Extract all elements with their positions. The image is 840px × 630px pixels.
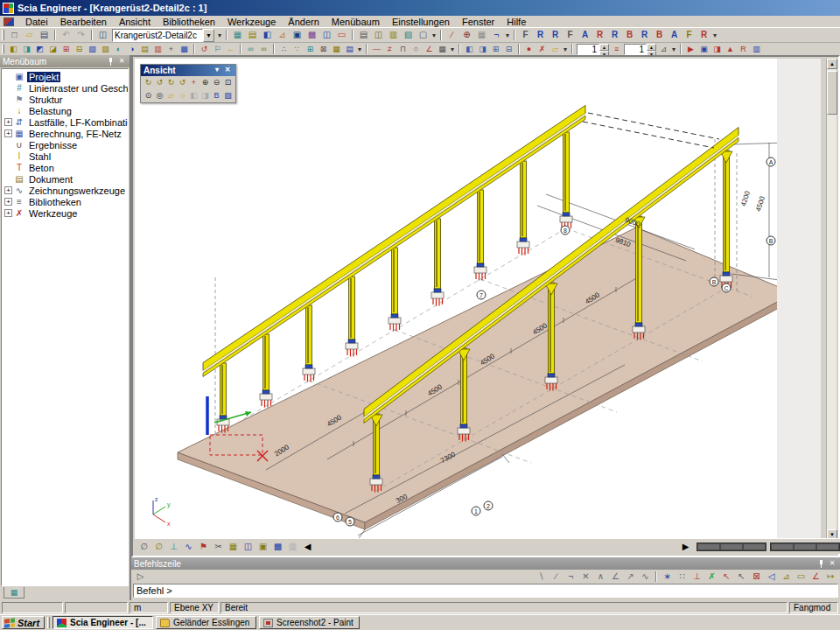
tree-item-label[interactable]: Dokument — [27, 174, 74, 185]
snap-point-icon[interactable]: ∗ — [660, 570, 675, 584]
command-panel-header[interactable]: Befehlszeile ✕ — [131, 557, 840, 570]
snap-angle-icon[interactable]: ∧ — [593, 570, 608, 584]
ucs-icon[interactable]: ⊞ — [304, 44, 317, 55]
save-icon[interactable]: ▤ — [37, 29, 52, 42]
binoculars-icon[interactable]: ∞ — [244, 44, 257, 55]
snap-ortho-icon[interactable]: ¬ — [564, 570, 578, 584]
document-output-icon[interactable]: ▢ — [416, 29, 430, 42]
grid-lines-icon[interactable]: ▦ — [436, 44, 449, 55]
snap-slope-icon[interactable]: ∠ — [608, 570, 623, 584]
command-input[interactable] — [134, 585, 837, 596]
hatch-icon[interactable]: ▩ — [304, 29, 319, 42]
center-view-icon[interactable]: + — [188, 77, 200, 88]
view-flag-r1-icon[interactable]: R — [533, 29, 548, 42]
workplane-xz-icon[interactable]: ◨ — [476, 44, 489, 55]
light-icon[interactable]: ☼ — [177, 90, 188, 102]
scale-input[interactable] — [624, 44, 647, 55]
menu-item[interactable]: Einstellungen — [386, 16, 456, 28]
window-layout-icon[interactable]: ◫ — [95, 29, 110, 42]
project-combobox[interactable]: Krangerüst2-Detail2c ▾ — [112, 29, 214, 42]
zoom-detail-icon[interactable]: ⊕ — [459, 29, 474, 42]
beam-tool-4-icon[interactable]: ▲ — [724, 44, 737, 55]
angle-icon[interactable]: ∠ — [423, 44, 436, 55]
tree-item-label[interactable]: Zeichnungswerkzeuge — [27, 186, 127, 196]
table-icon[interactable]: ▦ — [474, 29, 489, 42]
tree-item-label[interactable]: Berechnung, FE-Netz — [27, 129, 123, 139]
line-weight-input[interactable] — [577, 44, 599, 55]
tree-item[interactable]: + ✗ Werkzeuge — [2, 207, 128, 219]
dropdown-caret-icon[interactable]: ▾ — [356, 46, 363, 53]
line-weight-icon[interactable]: ≡ — [610, 44, 623, 55]
zoom-out-icon[interactable]: ⊖ — [211, 77, 222, 88]
refresh-icon[interactable]: ↺ — [198, 44, 211, 55]
view-flag-f2-icon[interactable]: F — [563, 29, 578, 42]
expand-icon[interactable]: + — [4, 186, 12, 194]
open-folder-icon[interactable]: ▱ — [22, 29, 37, 42]
rotate-free-icon[interactable]: ↺ — [177, 77, 188, 88]
menu-item[interactable]: Bibliotheken — [157, 16, 221, 28]
tree-item-label[interactable]: Beton — [27, 163, 56, 173]
dropdown-caret-icon[interactable]: ▾ — [504, 32, 511, 39]
redo-icon[interactable]: ↷ — [74, 29, 88, 42]
status-workplane-cell[interactable]: Ebene XY — [170, 602, 219, 613]
window-view-icon[interactable]: ◫ — [241, 540, 256, 553]
view-flag-f1-icon[interactable]: F — [518, 29, 533, 42]
taskbar-item-scia[interactable]: Scia Engineer - [... — [52, 616, 153, 629]
scale-steps-icon[interactable]: ⊿ — [657, 44, 670, 55]
menu-item[interactable]: Werkzeuge — [221, 16, 282, 28]
tree-item-label[interactable]: Linienraster und Geschosse — [27, 83, 129, 94]
snap-off-icon[interactable]: ✕ — [578, 570, 593, 584]
tree-item-label[interactable]: Ergebnisse — [27, 140, 79, 150]
gallery-icon[interactable]: ▥ — [386, 29, 401, 42]
render-mode-icon[interactable]: ∿ — [181, 540, 196, 553]
stored-views-icon[interactable]: ▱ — [165, 90, 177, 102]
section-cut-icon[interactable]: ✂ — [211, 540, 226, 553]
view-flag-r6-icon[interactable]: R — [696, 29, 711, 42]
snap-arc-icon[interactable]: ∠ — [808, 570, 823, 584]
tree-item[interactable]: + ⚑ Struktur — [2, 94, 128, 105]
zoom-in-icon[interactable]: ⊕ — [200, 77, 211, 88]
dropdown-caret-icon[interactable]: ▾ — [670, 46, 677, 53]
tree-item-label[interactable]: Lastfälle, LF-Kombinationen — [27, 117, 129, 128]
select-loads-icon[interactable]: ▧ — [86, 44, 99, 55]
tree-item[interactable]: + I Stahl — [2, 150, 128, 162]
dropdown-caret-icon[interactable]: ▾ — [216, 32, 223, 39]
view-flag-b1-icon[interactable]: B — [622, 29, 637, 42]
menu-item[interactable]: Datei — [19, 16, 54, 28]
workplane-xy-icon[interactable]: ◧ — [463, 44, 476, 55]
spin-up-icon[interactable]: ▲ — [647, 44, 656, 51]
view-flag-icon[interactable]: ⚑ — [196, 540, 211, 553]
tree-item-label[interactable]: Belastung — [27, 106, 74, 116]
entity-box-icon[interactable]: ▣ — [290, 29, 304, 42]
snap-length-icon[interactable]: ↦ — [823, 570, 838, 584]
select-previous-icon[interactable]: ◐ — [112, 44, 125, 55]
select-members-icon[interactable]: ◪ — [46, 44, 60, 55]
close-icon[interactable]: ✕ — [116, 57, 127, 66]
open-layer-icon[interactable]: ▱ — [549, 44, 562, 55]
snap-grid-icon[interactable]: ∵ — [290, 44, 304, 55]
select-supports-icon[interactable]: ⊟ — [73, 44, 86, 55]
project-combobox-value[interactable]: Krangerüst2-Detail2c — [112, 29, 203, 42]
polyline-icon[interactable]: ≠ — [383, 44, 396, 55]
mdi-child-icon[interactable] — [4, 18, 14, 26]
undo-icon[interactable]: ↶ — [59, 29, 74, 42]
view-flag-r2-icon[interactable]: R — [548, 29, 563, 42]
snap-endpoint-icon[interactable]: ↖ — [734, 570, 749, 584]
print-preview-icon[interactable]: ◫ — [371, 29, 386, 42]
tree-item-label[interactable]: Stahl — [27, 151, 52, 162]
print-area-icon[interactable]: ▩ — [270, 540, 285, 553]
add-selection-icon[interactable]: + — [164, 44, 178, 55]
layer-view-icon[interactable]: ▣ — [256, 540, 270, 553]
workplane-free-icon[interactable]: ⊟ — [502, 44, 515, 55]
status-snapmode-button[interactable]: Fangmod — [789, 602, 838, 613]
deselect-all-icon[interactable]: ▤ — [138, 44, 151, 55]
title-bar[interactable]: Scia Engineer - [Krangerüst2-Detail2c : … — [0, 0, 840, 16]
select-inverse-icon[interactable]: ◑ — [125, 44, 138, 55]
render-slider-2[interactable] — [770, 542, 840, 551]
dropdown-caret-icon[interactable]: ▾ — [430, 32, 438, 39]
close-icon[interactable]: ✕ — [222, 66, 233, 75]
expand-icon[interactable]: + — [4, 118, 12, 126]
menubaum-header[interactable]: Menübaum ✕ — [0, 55, 130, 67]
clip-box-icon[interactable]: ∅ — [151, 540, 166, 553]
menu-item[interactable]: Ansicht — [113, 16, 157, 28]
